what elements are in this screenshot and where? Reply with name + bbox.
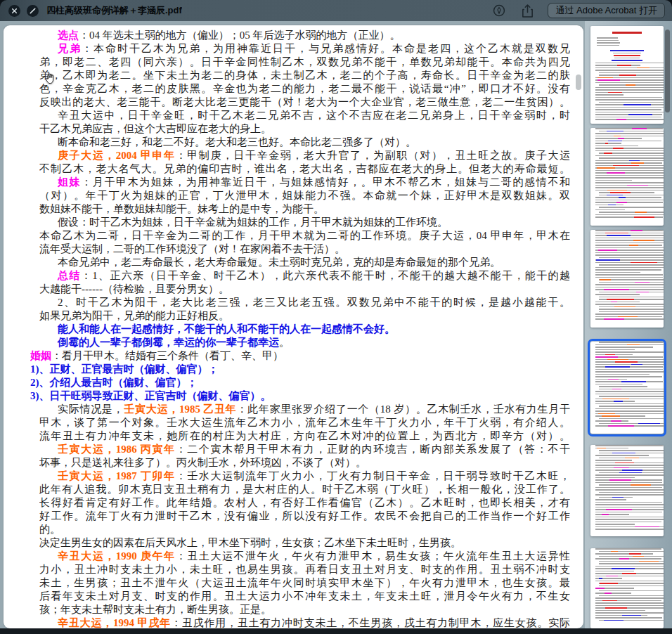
thumb-text-line [595, 143, 621, 144]
thumb-text-line [595, 502, 662, 503]
document-text: 选点：04 年选未土弱的地方（偏业）；05 年后选子水弱的地方（正业）。兄弟：本… [4, 25, 583, 628]
doc-run-blue: 1)、正财、正官最吉时（偏财、偏官）； [30, 363, 219, 375]
doc-run: 弟，乙木即为老二。坐下未土为老二的身体，未土制乙木，老二的个子高，寿命长。日干辛… [39, 70, 570, 81]
thumb-text-line [595, 526, 664, 528]
thumb-text-line [599, 195, 664, 196]
thumb-text-line [595, 455, 649, 456]
thumb-text-line [599, 264, 664, 266]
open-in-acrobat-button[interactable]: 通过 Adobe Acrobat 打开 [548, 3, 665, 18]
thumb-text-line [599, 153, 664, 154]
doc-run: （对）。年干丁火为姐妹的正官，丁火泄甲木，姐妹能力不强。本命就一个妹，正好甲木是… [39, 190, 570, 201]
thumb-text-line [595, 465, 664, 466]
thumb-text-line [595, 420, 628, 422]
thumb-text-line [599, 311, 664, 313]
thumb-text-line [599, 492, 664, 493]
thumb-text-line [599, 472, 664, 474]
doc-run-label: 选点 [58, 30, 79, 41]
doc-line: 决定生男生女的因素在后天风水上，甲木坐下弱时，生女孩；乙木坐下未土旺时，生男孩。 [39, 536, 570, 550]
thumb-text-line [595, 479, 662, 481]
page-thumbnail[interactable] [590, 548, 664, 628]
thumb-text-line [595, 277, 663, 278]
thumb-text-line [595, 553, 653, 555]
thumb-text-line [595, 200, 664, 201]
doc-run: ：本命时干乙木为兄弟，为用神靠近日干，与兄弟感情好。本命是老四，这个乙木就是双数… [82, 43, 570, 54]
thumb-text-line [595, 252, 663, 254]
doc-run-label: 兄弟 [58, 43, 82, 54]
doc-line: 能人和能人在一起感情好，不能干的人和不能干的人在一起感情不会好。 [39, 323, 570, 336]
doc-run-dayun: 壬寅大运，1987 丁卯年 [58, 470, 176, 481]
page-thumbnail[interactable] [590, 445, 664, 536]
page-thumbnail[interactable] [590, 342, 664, 434]
thumb-text-line [595, 504, 664, 505]
page-thumbnail[interactable] [590, 128, 664, 226]
markup-pen-icon [492, 4, 506, 18]
doc-run: 甲木，谈了第一个对象。壬水大运生流年乙木力小，流年乙木生年干丁火力小，年干丁火弱… [39, 417, 570, 428]
doc-run-label: 婚姻 [30, 350, 51, 361]
doc-line: 坏事，只是送礼来往多了）。丙火制壬水，外环境凶，不谈了（对）。 [39, 456, 570, 470]
doc-line: 的。 [39, 523, 570, 536]
doc-line: 此年有人追我。卯木克日支丑土稍有力，是大村庄的人。时干乙木弱（丁火旺），长相一般… [39, 483, 570, 496]
doc-run-blue: 3)、日干旺弱导致正财、正官吉时（偏财、偏官）。 [30, 390, 271, 401]
doc-run-label: 总结 [58, 270, 81, 281]
thumb-text-line [595, 566, 664, 567]
markup-button[interactable] [491, 3, 507, 18]
thumb-text-line [595, 576, 664, 577]
thumb-text-line [595, 354, 633, 356]
thumb-text-line [595, 347, 653, 348]
thumb-text-line [595, 487, 662, 489]
doc-line: 辛丑大运中，日干辛金旺，时干乙木老二兄弟不吉，这个不吉应在老二兄弟身上，日干辛金… [39, 109, 570, 122]
thumb-text-line [595, 316, 662, 318]
thumb-text-line [595, 175, 664, 176]
thumb-text-line [595, 172, 664, 174]
doc-line: 假设：时干乙木为姐妹，日干辛金就为姐妹的工作，月干甲木就为姐妹的工作环境。 [39, 216, 570, 229]
thumb-text-line [595, 514, 629, 515]
doc-run-dayun: 壬寅大运，1986 丙寅年 [58, 444, 176, 455]
doc-run-dayun: 庚子大运，2004 甲申年 [58, 150, 176, 161]
page-thumbnail[interactable] [590, 230, 664, 328]
thumb-text-line [595, 79, 664, 81]
sidebar-scrollbar[interactable] [665, 30, 670, 112]
doc-line: 后看年支未土对月支、时支的作用。丑土大运力小不冲年支未土，年支未土旺，泄月令午火… [39, 590, 570, 603]
thumb-text-line [599, 586, 664, 587]
thumb-text-line [595, 462, 664, 464]
doc-line: 倒霉的人一辈子都倒霉，幸运的你一辈子都幸运。 [39, 336, 570, 349]
doc-run: ：壬水大运制流年丁火力小，丁火有力制日干辛金，日干弱导致时干乙木旺， [176, 470, 570, 481]
doc-run: 干乙木兄弟应吉，但这个大吉即应在老大的身上。 [39, 123, 271, 134]
thumb-text-line [599, 389, 664, 390]
thumb-text-line [595, 82, 664, 84]
thumb-text-line [599, 595, 664, 597]
thumb-text-line [599, 207, 664, 208]
slash-button[interactable] [27, 5, 39, 17]
thumb-text-line [599, 212, 664, 213]
doc-line: 婚姻：看月干甲木。结婚有三个条件（看丁、辛、甲） [30, 349, 570, 363]
thumb-text-line [595, 593, 631, 594]
thumb-text-line [595, 99, 664, 101]
thumb-text-line [595, 359, 664, 361]
thumb-text-line [595, 597, 664, 599]
doc-line: 数姐妹不能干，单数姐妹却能干。妹考上的是中专，为能干。 [39, 202, 570, 216]
page-thumbnail[interactable] [590, 26, 664, 124]
document-scrollbar[interactable] [576, 75, 581, 90]
doc-line: 实际情况是，壬寅大运，1985 乙丑年：此年家里张罗介绍了一个（18 岁）。乙木… [39, 403, 570, 416]
thumb-text-line [595, 477, 635, 479]
thumb-text-line [595, 267, 664, 269]
doc-run: 力小，丑土冲时支未土力小，未土旺，也易生男孩。再看日支丑土对月支、时支的作用。丑… [39, 564, 570, 575]
doc-run: 假设：时干乙木为姐妹，日干辛金就为姐妹的工作，月干甲木就为姐妹的工作环境。 [58, 216, 448, 228]
close-button[interactable] [8, 5, 20, 17]
doc-run-label: 姐妹 [58, 176, 81, 188]
thumb-text-line [595, 155, 664, 157]
doc-line: 辛丑大运，1990 庚午年：丑土大运不泄午火，午火有力泄甲木，易生女孩；午火流年… [39, 550, 570, 563]
thumb-text-line [595, 136, 664, 137]
quicklook-window: 四柱高级班命例详解＋李涵辰.pdf 通过 Adobe Acrobat 打开 [0, 0, 672, 634]
thumb-text-line [595, 361, 664, 363]
thumb-text-line [595, 77, 664, 79]
thumb-text-line [595, 356, 663, 358]
thumb-text-line [599, 418, 664, 420]
thumb-text-line [595, 448, 628, 449]
thumb-text-line [595, 63, 664, 64]
thumb-text-line [595, 230, 664, 231]
doc-line: 庚子大运，2004 甲申年：甲制庚，日干辛金弱，老大升官了，为副职（对），丑土旺… [39, 149, 570, 162]
share-button[interactable] [519, 3, 535, 18]
thumb-text-line [595, 470, 664, 471]
doc-run: 2、时干乙木为阳干，老大比老三强，老三又比老五强。双数兄弟中不能干的时候，是越小… [58, 297, 570, 308]
